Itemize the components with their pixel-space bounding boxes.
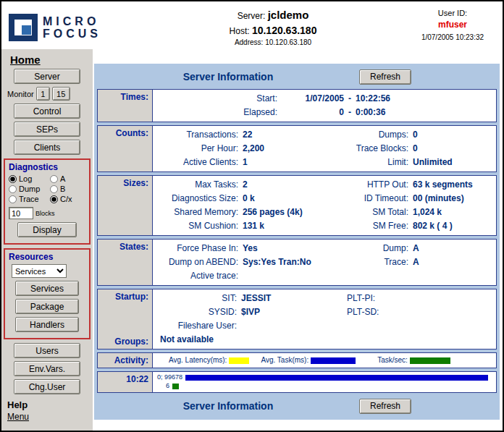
- radio-log-input[interactable]: [9, 175, 17, 183]
- field-label: Elapsed:: [156, 106, 277, 119]
- host-value: 10.120.63.180: [252, 25, 317, 36]
- field-label: Limit:: [324, 156, 408, 169]
- field-label: SYSID:: [156, 305, 237, 319]
- radio-cx-label: C/x: [60, 195, 72, 203]
- field-value: [237, 319, 347, 333]
- microfocus-logo-icon: [9, 14, 38, 41]
- server-value: jcldemo: [268, 9, 309, 21]
- field-value: 00 (minutes): [408, 192, 493, 206]
- field-label: HTTP Out:: [324, 178, 408, 192]
- radio-b[interactable]: B: [50, 185, 85, 193]
- field-value: 0: [408, 128, 493, 142]
- chguser-button[interactable]: Chg.User: [14, 379, 80, 394]
- field-label: Transactions:: [156, 128, 238, 142]
- task-label: Avg. Task(ms):: [261, 356, 308, 365]
- radio-log[interactable]: Log: [9, 174, 50, 183]
- monitor-1-button[interactable]: 1: [36, 87, 50, 101]
- table-row: Fileshare User:: [156, 319, 493, 333]
- address-value: 10.120.63.180: [265, 38, 311, 46]
- field-value: 131 k: [238, 219, 324, 233]
- handlers-button[interactable]: Handlers: [15, 317, 79, 332]
- menu-link[interactable]: Menu: [7, 412, 93, 422]
- top-title-bar: Server Information Refresh: [97, 67, 497, 86]
- user-identity: User ID: mfuser 1/07/2005 10:23:32: [410, 5, 495, 49]
- field-value: 2,200: [238, 142, 324, 156]
- clients-button[interactable]: Clients: [14, 140, 80, 155]
- field-label: SIT:: [156, 292, 237, 305]
- field-separator: -: [344, 92, 356, 106]
- resources-title: Resources: [9, 252, 85, 262]
- states-section: States: Force Phase In: Yes Dump: A Dump…: [97, 239, 497, 286]
- server-information-panel: Server Information Refresh Times: Start:…: [94, 64, 500, 420]
- field-separator: -: [344, 106, 356, 119]
- field-label: Active Clients:: [156, 156, 238, 169]
- field-label: Dumps:: [324, 128, 408, 142]
- counts-section-label: Counts:: [98, 126, 153, 171]
- field-value: [408, 269, 493, 283]
- envvars-button[interactable]: Env.Vars.: [14, 361, 80, 376]
- startup-content: SIT: JESSIT PLT-PI: SYSID: $IVP PLT-SD: …: [153, 289, 496, 349]
- brand-line-1: MICRO: [43, 15, 101, 27]
- radio-dump[interactable]: Dump: [9, 185, 50, 193]
- tasksec-bar-icon: [410, 357, 450, 364]
- radio-cx-input[interactable]: [50, 195, 58, 203]
- refresh-button-bottom[interactable]: Refresh: [359, 399, 411, 414]
- users-button[interactable]: Users: [14, 343, 80, 358]
- table-row: Active trace:: [156, 269, 493, 283]
- session-datetime: 1/07/2005 10:23:32: [410, 33, 495, 42]
- radio-a-input[interactable]: [50, 175, 58, 183]
- host-label: Host:: [230, 26, 250, 36]
- field-label: Trace Blocks:: [324, 142, 408, 156]
- tasksec-label: Task/sec:: [377, 356, 408, 365]
- field-value: 0: [408, 142, 493, 156]
- sample-line-2: 6: [157, 382, 493, 390]
- field-value: [238, 269, 324, 283]
- field-value: 0 k: [238, 192, 324, 206]
- services-button[interactable]: Services: [15, 281, 79, 296]
- table-row: Max Tasks: 2 HTTP Out: 63 k segments: [156, 178, 493, 192]
- field-value: 0: [277, 106, 344, 119]
- activity-content: Avg. Latency(ms): Avg. Task(ms): Task/se…: [153, 353, 496, 368]
- server-label: Server:: [238, 11, 266, 21]
- field-label: Start:: [156, 92, 277, 106]
- table-row: Shared Memory: 256 pages (4k) SM Total: …: [156, 206, 493, 219]
- radio-a[interactable]: A: [50, 174, 85, 183]
- tasksec-activity-bar: [172, 384, 179, 389]
- refresh-button-top[interactable]: Refresh: [359, 69, 411, 85]
- body-row: Home Server Monitor 1 15 Control SEPs Cl…: [1, 49, 503, 431]
- radio-trace[interactable]: Trace: [9, 195, 50, 203]
- control-button[interactable]: Control: [14, 103, 80, 119]
- resources-select[interactable]: Services: [12, 264, 67, 278]
- radio-cx[interactable]: C/x: [50, 195, 85, 203]
- sizes-content: Max Tasks: 2 HTTP Out: 63 k segments Dia…: [153, 176, 496, 235]
- field-label: Dump on ABEND:: [156, 255, 238, 269]
- radio-b-label: B: [60, 185, 65, 193]
- sizes-section: Sizes: Max Tasks: 2 HTTP Out: 63 k segme…: [97, 175, 497, 236]
- field-value: 63 k segments: [408, 178, 493, 192]
- states-content: Force Phase In: Yes Dump: A Dump on ABEN…: [153, 240, 496, 285]
- bottom-title: Server Information: [97, 400, 359, 412]
- monitor-15-button[interactable]: 15: [52, 87, 70, 101]
- home-link[interactable]: Home: [10, 54, 93, 66]
- latency-label: Avg. Latency(ms):: [169, 356, 227, 365]
- server-button[interactable]: Server: [14, 69, 80, 84]
- package-button[interactable]: Package: [15, 299, 79, 314]
- field-value: 0:00:36: [356, 106, 421, 119]
- sample-line-1: 0; 99678: [157, 373, 493, 381]
- sizes-section-label: Sizes:: [98, 176, 153, 235]
- main-area: Server Information Refresh Times: Start:…: [93, 49, 503, 431]
- table-row: Per Hour: 2,200 Trace Blocks: 0: [156, 142, 493, 156]
- blocks-input[interactable]: [9, 207, 33, 219]
- field-value: 1: [238, 156, 324, 169]
- field-label: Shared Memory:: [156, 206, 238, 219]
- activity-section: Activity: Avg. Latency(ms): Avg. Task(ms…: [97, 352, 497, 368]
- startup-section-label: Startup: Groups:: [98, 289, 153, 349]
- latency-bar-icon: [229, 357, 249, 364]
- radio-trace-input[interactable]: [9, 195, 17, 203]
- address-label: Address:: [235, 38, 263, 46]
- field-label: PLT-SD:: [347, 305, 493, 319]
- radio-b-input[interactable]: [50, 185, 58, 193]
- display-button[interactable]: Display: [17, 222, 77, 237]
- seps-button[interactable]: SEPs: [14, 122, 80, 137]
- radio-dump-input[interactable]: [9, 185, 17, 193]
